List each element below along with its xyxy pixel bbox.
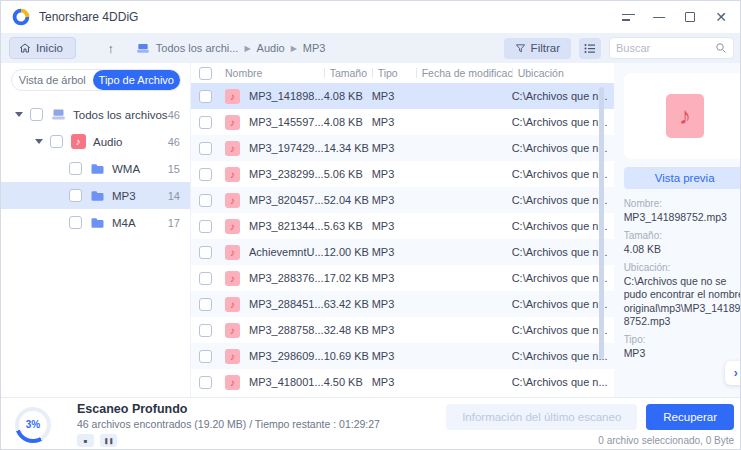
- column-header-location[interactable]: Ubicación: [512, 67, 614, 79]
- audio-file-icon: ♪: [225, 167, 240, 182]
- preview-button[interactable]: Vista previa: [624, 167, 741, 189]
- row-checkbox[interactable]: [199, 90, 212, 103]
- stop-scan-button[interactable]: ■: [77, 434, 94, 447]
- row-checkbox[interactable]: [199, 142, 212, 155]
- recover-button[interactable]: Recuperar: [646, 404, 734, 430]
- last-scan-info-button[interactable]: Información del último escaneo: [446, 404, 637, 430]
- caret-down-icon[interactable]: [15, 112, 23, 117]
- column-header-size[interactable]: Tamaño: [324, 67, 372, 79]
- cell-size: 14.34 KB: [324, 142, 372, 154]
- tab-tree-view[interactable]: Vista de árbol: [12, 70, 93, 90]
- table-header: Nombre Tamaño Tipo Fecha de modificación…: [191, 63, 614, 83]
- search-input[interactable]: [616, 42, 715, 54]
- tree-checkbox[interactable]: [69, 216, 82, 229]
- select-all-checkbox[interactable]: [199, 67, 212, 80]
- row-checkbox[interactable]: [199, 168, 212, 181]
- cell-size: 12.00 KB: [324, 246, 372, 258]
- home-label: Inicio: [36, 42, 63, 54]
- row-checkbox[interactable]: [199, 350, 212, 363]
- breadcrumb-item-root[interactable]: Todos los archi...: [156, 42, 239, 54]
- row-checkbox[interactable]: [199, 376, 212, 389]
- audio-file-icon: ♪: [225, 349, 240, 364]
- collapse-panel-button[interactable]: ›: [725, 361, 741, 385]
- cell-type: MP3: [372, 324, 416, 336]
- app-logo-icon: [11, 7, 31, 27]
- breadcrumb: Todos los archi... ▶ Audio ▶ MP3: [136, 42, 326, 54]
- caret-down-icon[interactable]: [35, 139, 43, 144]
- row-checkbox[interactable]: [199, 272, 212, 285]
- row-checkbox[interactable]: [199, 324, 212, 337]
- maximize-button[interactable]: [679, 6, 701, 28]
- tree-item-wma[interactable]: WMA 15: [1, 155, 190, 182]
- cell-name: MP3_288758...: [249, 324, 324, 336]
- cell-size: 63.42 KB: [324, 298, 372, 310]
- cell-name: MP3_288376...: [249, 272, 324, 284]
- minimize-button[interactable]: —: [648, 6, 670, 28]
- table-row[interactable]: ♪ MP3_238299... 5.06 KB MP3 C:\Archivos …: [191, 161, 614, 187]
- table-row[interactable]: ♪ MP3_288451... 63.42 KB MP3 C:\Archivos…: [191, 291, 614, 317]
- tree-checkbox[interactable]: [50, 135, 63, 148]
- column-header-name[interactable]: Nombre: [225, 67, 324, 79]
- table-row[interactable]: ♪ MP3_821344... 5.63 KB MP3 C:\Archivos …: [191, 213, 614, 239]
- table-row[interactable]: ♪ MP3_298609... 10.69 KB MP3 C:\Archivos…: [191, 343, 614, 369]
- tree-checkbox[interactable]: [69, 189, 82, 202]
- tree-item-audio[interactable]: ♪ Audio 46: [1, 128, 190, 155]
- preview-panel: ♪ Vista previa Nombre: MP3_141898752.mp3…: [614, 63, 741, 397]
- table-row[interactable]: ♪ AchievemntU... 12.00 KB MP3 C:\Archivo…: [191, 239, 614, 265]
- list-view-icon: [584, 43, 596, 54]
- tree-checkbox[interactable]: [69, 162, 82, 175]
- tree-checkbox[interactable]: [30, 108, 43, 121]
- cell-name: MP3_298609...: [249, 350, 324, 362]
- table-scrollbar[interactable]: [599, 87, 604, 359]
- tree-item-m4a[interactable]: M4A 17: [1, 209, 190, 236]
- breadcrumb-item-mp3[interactable]: MP3: [303, 42, 326, 54]
- table-row[interactable]: ♪ MP3_288376... 17.02 KB MP3 C:\Archivos…: [191, 265, 614, 291]
- row-checkbox[interactable]: [199, 116, 212, 129]
- titlebar: Tenorshare 4DDiG — ✕: [1, 1, 741, 33]
- row-checkbox[interactable]: [199, 220, 212, 233]
- table-row[interactable]: ♪ MP3_145597... 4.08 KB MP3 C:\Archivos …: [191, 109, 614, 135]
- audio-file-icon: ♪: [225, 297, 240, 312]
- tree-label: WMA: [112, 163, 140, 175]
- file-table: Nombre Tamaño Tipo Fecha de modificación…: [191, 63, 614, 397]
- tab-file-type[interactable]: Tipo de Archivo: [93, 70, 180, 90]
- table-row[interactable]: ♪ MP3_141898... 4.08 KB MP3 C:\Archivos …: [191, 83, 614, 109]
- cell-name: MP3_821344...: [249, 220, 324, 232]
- statusbar: 3% Escaneo Profundo 46 archivos encontra…: [1, 397, 741, 450]
- table-row[interactable]: ♪ MP3_197429... 14.34 KB MP3 C:\Archivos…: [191, 135, 614, 161]
- menu-icon[interactable]: [617, 6, 639, 28]
- cell-name: MP3_145597...: [249, 116, 324, 128]
- breadcrumb-item-audio[interactable]: Audio: [257, 42, 285, 54]
- tree-label: Todos los archivos: [73, 109, 168, 121]
- cell-name: MP3_197429...: [249, 142, 324, 154]
- pause-scan-button[interactable]: ❚❚: [100, 434, 117, 447]
- audio-file-icon: ♪: [225, 323, 240, 338]
- filter-label: Filtrar: [531, 42, 560, 54]
- cell-size: 10.69 KB: [324, 350, 372, 362]
- list-view-button[interactable]: [579, 38, 601, 59]
- tree-item-all-files[interactable]: Todos los archivos 46: [1, 101, 190, 128]
- cell-name: MP3_288451...: [249, 298, 324, 310]
- field-label-name: Nombre:: [624, 198, 741, 209]
- row-checkbox[interactable]: [199, 298, 212, 311]
- search-icon[interactable]: [715, 42, 727, 54]
- column-header-type[interactable]: Tipo: [372, 67, 416, 79]
- cell-name: MP3_418001...: [249, 376, 324, 388]
- row-checkbox[interactable]: [199, 194, 212, 207]
- up-arrow-icon[interactable]: ↑: [102, 41, 120, 56]
- filter-button[interactable]: Filtrar: [504, 38, 571, 59]
- close-button[interactable]: ✕: [710, 6, 732, 28]
- table-row[interactable]: ♪ MP3_418001... 4.50 KB MP3 C:\Archivos …: [191, 369, 614, 395]
- drive-icon: [50, 108, 66, 122]
- tree-label: M4A: [112, 217, 136, 229]
- app-window: Tenorshare 4DDiG — ✕ Inicio ↑ Todos los …: [0, 0, 741, 450]
- search-box: [609, 37, 734, 59]
- tree-item-mp3[interactable]: MP3 14: [1, 182, 190, 209]
- scan-title: Escaneo Profundo: [77, 402, 380, 416]
- table-row[interactable]: ♪ MP3_820457... 52.04 KB MP3 C:\Archivos…: [191, 187, 614, 213]
- field-value-type: MP3: [624, 347, 741, 360]
- home-button[interactable]: Inicio: [9, 37, 76, 59]
- column-header-modified[interactable]: Fecha de modificación: [416, 67, 512, 79]
- row-checkbox[interactable]: [199, 246, 212, 259]
- table-row[interactable]: ♪ MP3_288758... 32.48 KB MP3 C:\Archivos…: [191, 317, 614, 343]
